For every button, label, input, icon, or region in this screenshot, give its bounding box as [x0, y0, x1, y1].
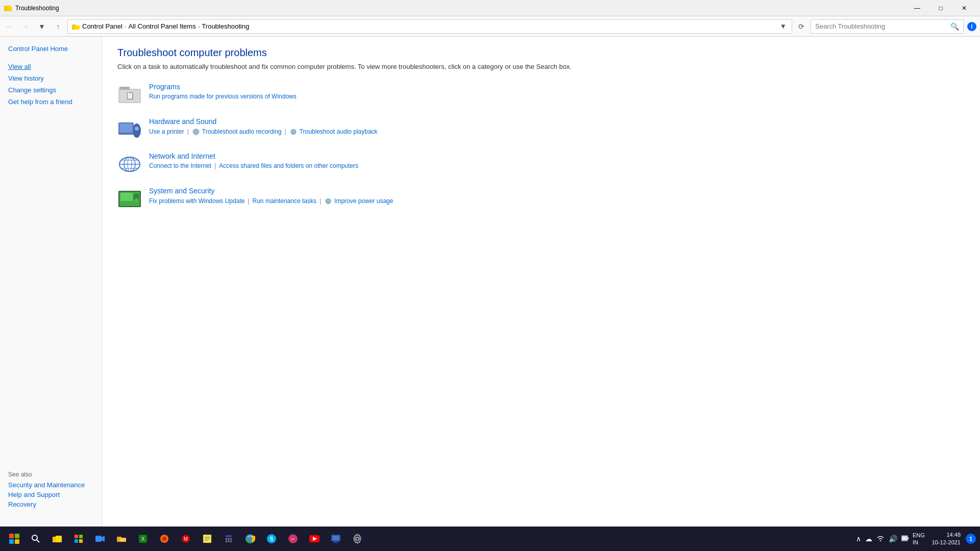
svg-text:X: X [141, 536, 145, 542]
svg-point-67 [356, 537, 359, 540]
network-link-1[interactable]: Access shared files and folders on other… [219, 162, 358, 169]
taskbar-zoom-button[interactable] [90, 529, 110, 549]
titlebar-left: Troubleshooting [4, 4, 59, 12]
system-clock[interactable]: 14:48 10-12-2021 [928, 531, 965, 547]
tray-wifi-icon[interactable] [875, 534, 886, 544]
svg-rect-32 [95, 536, 102, 542]
search-box[interactable]: 🔍 [811, 19, 964, 34]
path-item-allitems[interactable]: All Control Panel Items [128, 22, 195, 30]
security-sep-1: | [248, 197, 249, 205]
network-icon [117, 152, 142, 177]
language-code: ENG [913, 532, 925, 539]
path-item-controlpanel[interactable]: Control Panel [82, 22, 122, 30]
see-also-title: See also [8, 471, 94, 478]
sidebar-link-view-history[interactable]: View history [0, 72, 102, 84]
svg-text:📋: 📋 [126, 91, 135, 100]
address-path[interactable]: Control Panel › All Control Panel Items … [67, 19, 792, 34]
notification-button[interactable]: 1 [966, 534, 976, 544]
taskbar-notes-button[interactable] [197, 529, 217, 549]
taskbar-explorer-button[interactable] [47, 529, 67, 549]
network-content: Network and Internet Connect to the Inte… [149, 152, 358, 169]
svg-rect-47 [226, 535, 232, 537]
shield-icon-3 [324, 197, 332, 205]
shield-icon-2 [289, 128, 298, 136]
tray-volume-icon[interactable]: 🔊 [888, 534, 898, 544]
svg-rect-30 [75, 539, 78, 543]
svg-line-25 [37, 540, 39, 542]
shield-icon-1 [192, 128, 200, 136]
sidebar-link-view-all[interactable]: View all [0, 61, 102, 72]
refresh-button[interactable]: ⟳ [794, 19, 808, 34]
taskbar-folder-button[interactable] [111, 529, 132, 549]
svg-point-23 [135, 198, 138, 202]
svg-point-39 [162, 537, 166, 541]
category-hardware: Hardware and Sound Use a printer | Troub… [117, 117, 965, 142]
svg-text:S: S [270, 536, 273, 542]
svg-rect-66 [333, 542, 338, 543]
taskbar-youtube-button[interactable] [304, 529, 325, 549]
programs-links: Run programs made for previous versions … [149, 93, 297, 100]
search-input[interactable] [815, 22, 948, 30]
addressbar: ← → ▼ ↑ Control Panel › All Control Pane… [0, 16, 980, 37]
forward-button[interactable]: → [18, 19, 33, 34]
start-button[interactable] [4, 529, 24, 549]
taskbar-chrome-button[interactable] [240, 529, 260, 549]
sidebar-link-get-help[interactable]: Get help from a friend [0, 96, 102, 108]
programs-title[interactable]: Programs [149, 83, 180, 91]
svg-rect-10 [119, 123, 133, 133]
search-icon: 🔍 [950, 22, 959, 31]
hardware-link-0[interactable]: Use a printer [149, 128, 184, 135]
taskbar-store-button[interactable] [68, 529, 89, 549]
taskbar-snippingtool-button[interactable]: ✂ [283, 529, 303, 549]
recent-dropdown-button[interactable]: ▼ [35, 19, 49, 34]
taskbar-search-button[interactable] [26, 529, 46, 549]
programs-link-0[interactable]: Run programs made for previous versions … [149, 93, 297, 100]
svg-text:✂: ✂ [291, 537, 295, 542]
security-link-2[interactable]: Improve power usage [334, 197, 393, 205]
minimize-button[interactable]: — [905, 0, 929, 16]
see-also-security[interactable]: Security and Maintenance [8, 481, 94, 489]
back-button[interactable]: ← [2, 19, 16, 34]
svg-rect-50 [230, 538, 232, 540]
security-link-1[interactable]: Run maintenance tasks [253, 197, 316, 205]
taskbar-firefox-button[interactable] [154, 529, 175, 549]
sidebar-link-controlpanel-home[interactable]: Control Panel Home [0, 43, 102, 55]
system-tray: ∧ ☁ 🔊 [855, 534, 910, 544]
see-also-recovery[interactable]: Recovery [8, 500, 94, 508]
maximize-button[interactable]: □ [929, 0, 952, 16]
svg-rect-64 [332, 536, 339, 540]
taskbar-xbox-button[interactable]: X [133, 529, 153, 549]
path-item-troubleshooting[interactable]: Troubleshooting [202, 22, 249, 30]
svg-rect-49 [228, 538, 230, 540]
up-button[interactable]: ↑ [51, 19, 65, 34]
tray-onedrive-icon[interactable]: ☁ [864, 534, 873, 544]
security-title[interactable]: System and Security [149, 187, 214, 195]
tray-battery-icon[interactable] [900, 534, 910, 544]
network-links: Connect to the Internet | Access shared … [149, 162, 358, 169]
svg-rect-70 [902, 536, 907, 540]
close-button[interactable]: ✕ [952, 0, 976, 16]
hardware-link-2[interactable]: Troubleshoot audio playback [300, 128, 378, 135]
svg-text:M: M [184, 536, 188, 542]
address-dropdown-button[interactable]: ▼ [779, 21, 788, 31]
svg-rect-35 [120, 538, 126, 542]
sidebar: Control Panel Home View all View history… [0, 37, 102, 527]
hardware-link-1[interactable]: Troubleshoot audio recording [202, 128, 282, 135]
taskbar-calc-button[interactable] [218, 529, 239, 549]
hardware-title[interactable]: Hardware and Sound [149, 117, 216, 126]
see-also-help[interactable]: Help and Support [8, 491, 94, 498]
network-link-0[interactable]: Connect to the Internet [149, 162, 211, 169]
taskbar-remote-button[interactable] [326, 529, 346, 549]
taskbar-settings-button[interactable] [347, 529, 368, 549]
security-link-0[interactable]: Fix problems with Windows Update [149, 197, 244, 205]
tray-expand-icon[interactable]: ∧ [855, 534, 862, 544]
network-title[interactable]: Network and Internet [149, 152, 215, 160]
svg-rect-52 [228, 541, 230, 542]
sidebar-link-change-settings[interactable]: Change settings [0, 84, 102, 96]
taskbar-malware-button[interactable]: M [176, 529, 196, 549]
category-security: System and Security Fix problems with Wi… [117, 187, 965, 211]
language-indicator[interactable]: ENG IN [911, 532, 927, 546]
taskbar-skype-button[interactable]: S [261, 529, 282, 549]
security-sep-2: | [320, 197, 321, 205]
svg-point-56 [248, 537, 252, 541]
